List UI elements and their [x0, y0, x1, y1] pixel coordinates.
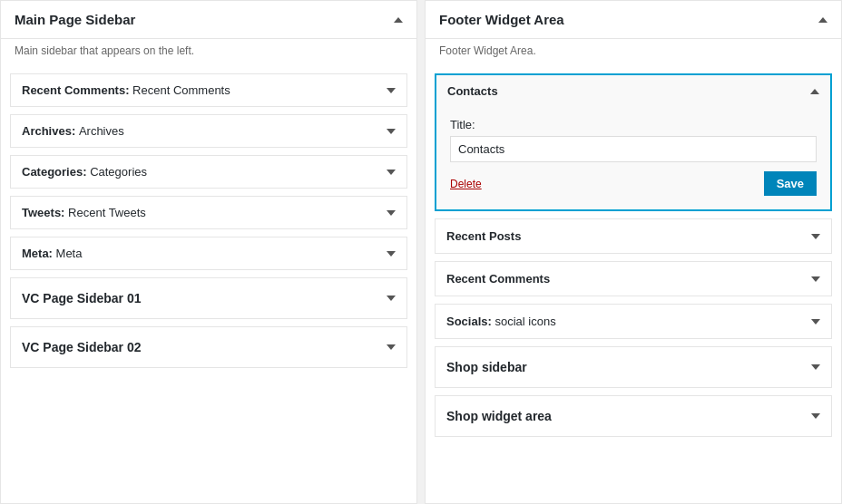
left-widget-title: Categories: Categories: [22, 165, 147, 179]
widget-chevron-down-icon: [387, 210, 396, 216]
left-panel-title: Main Page Sidebar: [15, 12, 135, 27]
left-sidebar-section: VC Page Sidebar 02: [10, 326, 407, 368]
left-sidebar-title: VC Page Sidebar 01: [22, 291, 142, 305]
contacts-delete-button[interactable]: Delete: [450, 178, 482, 190]
shop-chevron-down-icon: [811, 413, 820, 419]
right-widget-chevron-down-icon: [811, 319, 820, 325]
left-widget-item: Categories: Categories: [10, 155, 407, 189]
left-widget-header[interactable]: Archives: Archives: [11, 115, 406, 147]
contacts-widget-title: Contacts: [447, 84, 498, 98]
left-widget-header[interactable]: Recent Comments: Recent Comments: [11, 74, 406, 106]
right-panel: Footer Widget Area Footer Widget Area. C…: [425, 0, 842, 504]
contacts-title-input[interactable]: [450, 136, 817, 162]
shop-chevron-down-icon: [811, 364, 820, 370]
left-widget-header[interactable]: Tweets: Recent Tweets: [11, 197, 406, 228]
right-panel-title: Footer Widget Area: [439, 12, 564, 27]
left-widget-title: Meta: Meta: [22, 247, 82, 260]
left-sidebar-section: VC Page Sidebar 01: [10, 277, 407, 319]
contacts-actions: Delete Save: [450, 171, 817, 196]
right-panel-header: Footer Widget Area: [426, 1, 841, 39]
right-widget-header[interactable]: Recent Posts: [436, 219, 831, 253]
widget-chevron-down-icon: [387, 251, 396, 257]
sidebar-chevron-down-icon: [387, 296, 396, 301]
shop-section: Shop widget area: [435, 395, 832, 437]
right-widget-item: Recent Posts: [435, 218, 832, 254]
right-widget-item: Recent Comments: [435, 261, 832, 296]
left-sidebar-title: VC Page Sidebar 02: [22, 340, 142, 354]
sidebar-chevron-down-icon: [387, 344, 396, 350]
right-panel-subtitle: Footer Widget Area.: [426, 39, 841, 66]
shop-section-header[interactable]: Shop sidebar: [436, 347, 831, 387]
right-widget-chevron-down-icon: [811, 234, 820, 239]
right-widget-title: Recent Comments: [446, 272, 550, 286]
shop-section-header[interactable]: Shop widget area: [436, 396, 831, 436]
left-panel: Main Page Sidebar Main sidebar that appe…: [0, 0, 417, 504]
widget-chevron-down-icon: [387, 88, 396, 93]
contacts-widget-body: Title: Delete Save: [436, 107, 830, 209]
right-panel-chevron-up-icon[interactable]: [818, 17, 827, 23]
right-shops-container: Shop sidebar Shop widget area: [426, 346, 841, 437]
left-widget-header[interactable]: Categories: Categories: [11, 156, 406, 188]
right-widget-chevron-down-icon: [811, 276, 820, 282]
shop-section-title: Shop sidebar: [446, 360, 527, 374]
left-widget-item: Meta: Meta: [10, 237, 407, 270]
contacts-widget: Contacts Title: Delete Save: [435, 73, 832, 211]
contacts-widget-header[interactable]: Contacts: [436, 75, 830, 107]
left-widget-header[interactable]: Meta: Meta: [11, 237, 406, 269]
left-sidebar-header[interactable]: VC Page Sidebar 02: [11, 327, 406, 367]
right-widgets-container: Recent Posts Recent Comments Socials: so…: [426, 218, 841, 339]
left-widget-item: Recent Comments: Recent Comments: [10, 73, 407, 107]
left-panel-header: Main Page Sidebar: [1, 1, 416, 39]
contacts-title-label: Title:: [450, 118, 817, 131]
widget-chevron-down-icon: [387, 129, 396, 134]
shop-section-title: Shop widget area: [446, 409, 552, 423]
left-panel-chevron-up-icon[interactable]: [394, 17, 403, 23]
right-widget-header[interactable]: Recent Comments: [436, 262, 831, 296]
left-sidebars-container: VC Page Sidebar 01 VC Page Sidebar 02: [1, 277, 416, 368]
right-widget-title: Recent Posts: [446, 229, 521, 243]
left-widget-title: Archives: Archives: [22, 124, 124, 138]
right-widget-item: Socials: social icons: [435, 304, 832, 339]
left-widget-title: Tweets: Recent Tweets: [22, 206, 146, 219]
left-widgets-container: Recent Comments: Recent Comments Archive…: [1, 73, 416, 270]
widget-chevron-down-icon: [387, 170, 396, 175]
left-widget-title: Recent Comments: Recent Comments: [22, 83, 230, 97]
contacts-chevron-up-icon: [810, 89, 819, 94]
shop-section: Shop sidebar: [435, 346, 832, 388]
left-widget-item: Tweets: Recent Tweets: [10, 196, 407, 229]
left-widget-item: Archives: Archives: [10, 114, 407, 148]
right-widget-title: Socials: social icons: [446, 315, 556, 328]
left-sidebar-header[interactable]: VC Page Sidebar 01: [11, 278, 406, 318]
contacts-save-button[interactable]: Save: [764, 171, 817, 196]
right-widget-header[interactable]: Socials: social icons: [436, 305, 831, 338]
left-panel-subtitle: Main sidebar that appears on the left.: [1, 39, 416, 66]
